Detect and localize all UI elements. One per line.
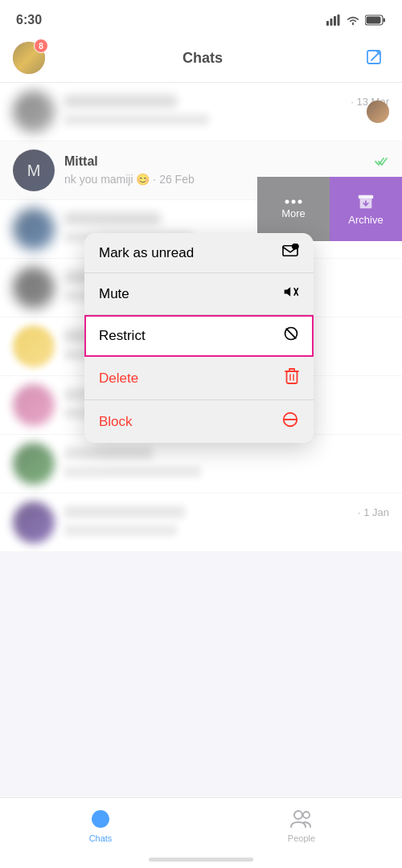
block-icon [281, 411, 299, 432]
block-label: Block [99, 414, 133, 430]
mute-icon [283, 284, 299, 304]
menu-item-block[interactable]: Block [84, 400, 314, 443]
delete-label: Delete [99, 371, 138, 387]
restrict-icon [283, 326, 299, 346]
mark-unread-icon [281, 244, 299, 262]
menu-item-delete[interactable]: Delete [84, 357, 314, 400]
restrict-label: Restrict [99, 328, 146, 344]
svg-rect-18 [287, 371, 297, 383]
context-menu: Mark as unread Mute Restrict [84, 233, 314, 443]
mute-label: Mute [99, 286, 129, 302]
svg-rect-14 [292, 244, 299, 249]
menu-item-mute[interactable]: Mute [84, 273, 314, 315]
mark-unread-label: Mark as unread [99, 245, 194, 261]
menu-item-restrict[interactable]: Restrict [84, 315, 314, 357]
menu-item-mark-unread[interactable]: Mark as unread [84, 233, 314, 273]
delete-icon [285, 367, 299, 389]
